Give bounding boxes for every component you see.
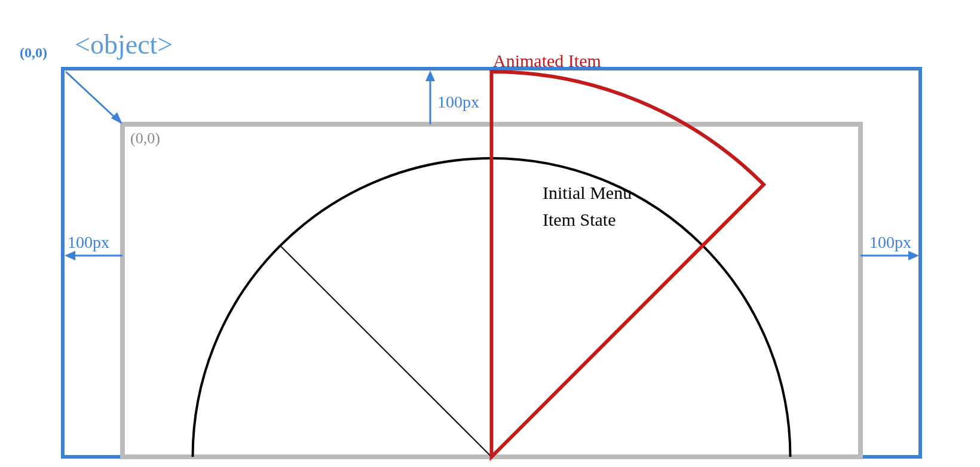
right-padding-arrow — [860, 251, 919, 260]
object-tag-label: <object> — [75, 29, 173, 60]
origin-arrow — [66, 72, 122, 124]
svg-marker-1 — [111, 112, 122, 124]
top-padding-label: 100px — [437, 93, 479, 112]
svg-diagram — [48, 30, 932, 460]
left-padding-arrow — [65, 251, 122, 260]
left-padding-label: 100px — [68, 233, 109, 252]
svg-line-8 — [280, 245, 492, 457]
origin-outer-label: (0,0) — [20, 45, 47, 61]
animated-item-label: Animated Item — [493, 51, 601, 71]
svg-line-0 — [66, 72, 118, 121]
svg-marker-5 — [65, 251, 75, 260]
right-padding-label: 100px — [869, 233, 911, 252]
origin-inner-label: (0,0) — [130, 130, 160, 148]
animated-slice — [492, 72, 764, 457]
svg-marker-7 — [908, 251, 919, 260]
initial-state-label: Initial Menu Item State — [543, 179, 632, 233]
svg-marker-3 — [425, 70, 435, 81]
top-padding-arrow — [425, 70, 435, 124]
